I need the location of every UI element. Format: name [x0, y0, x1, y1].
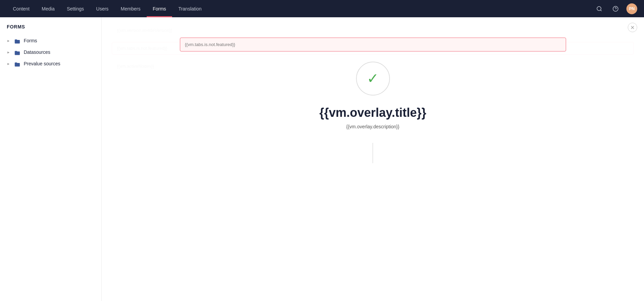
avatar[interactable]: PN — [626, 3, 637, 14]
help-icon — [612, 6, 619, 12]
nav-item-translation[interactable]: Translation — [172, 0, 208, 17]
nav-item-settings[interactable]: Settings — [61, 0, 90, 17]
checkmark-icon: ✓ — [367, 71, 379, 86]
sidebar: Forms ► Forms ► Datasources ► Prevalue s… — [0, 17, 102, 301]
overlay-close-button[interactable]: × — [628, 23, 637, 32]
success-circle: ✓ — [356, 62, 390, 95]
help-button[interactable] — [610, 3, 621, 14]
overlay-input-row — [170, 38, 576, 51]
folder-icon — [14, 61, 20, 67]
nav-item-media[interactable]: Media — [36, 0, 61, 17]
chevron-icon: ► — [7, 62, 10, 66]
overlay-input-field[interactable] — [180, 38, 566, 51]
content-area: × ✓ {{vm.overlay.title}} {{vm.overlay.de… — [102, 17, 644, 301]
top-navigation: Content Media Settings Users Members For… — [0, 0, 644, 17]
nav-right: PN — [594, 3, 637, 14]
sidebar-title: Forms — [0, 24, 101, 35]
sidebar-label-datasources: Datasources — [24, 49, 50, 55]
nav-item-forms[interactable]: Forms — [147, 0, 172, 17]
overlay: × ✓ {{vm.overlay.title}} {{vm.overlay.de… — [102, 17, 644, 301]
sidebar-label-forms: Forms — [24, 38, 37, 43]
sidebar-label-prevalue-sources: Prevalue sources — [24, 61, 60, 66]
folder-icon — [14, 49, 20, 55]
svg-point-0 — [597, 6, 601, 10]
sidebar-item-datasources[interactable]: ► Datasources — [0, 46, 101, 58]
nav-item-users[interactable]: Users — [90, 0, 115, 17]
overlay-description: {{vm.overlay.description}} — [346, 124, 399, 129]
sidebar-item-forms[interactable]: ► Forms — [0, 35, 101, 46]
close-icon: × — [630, 24, 635, 31]
nav-item-members[interactable]: Members — [115, 0, 146, 17]
svg-line-1 — [600, 10, 601, 11]
search-button[interactable] — [594, 3, 605, 14]
sidebar-item-prevalue-sources[interactable]: ► Prevalue sources — [0, 58, 101, 69]
overlay-divider — [373, 143, 373, 163]
overlay-title: {{vm.overlay.title}} — [319, 106, 427, 120]
folder-icon — [14, 38, 20, 44]
main-layout: Forms ► Forms ► Datasources ► Prevalue s… — [0, 17, 644, 301]
nav-items: Content Media Settings Users Members For… — [7, 0, 594, 17]
chevron-icon: ► — [7, 50, 10, 54]
nav-item-content[interactable]: Content — [7, 0, 36, 17]
chevron-icon: ► — [7, 39, 10, 43]
search-icon — [596, 6, 602, 12]
